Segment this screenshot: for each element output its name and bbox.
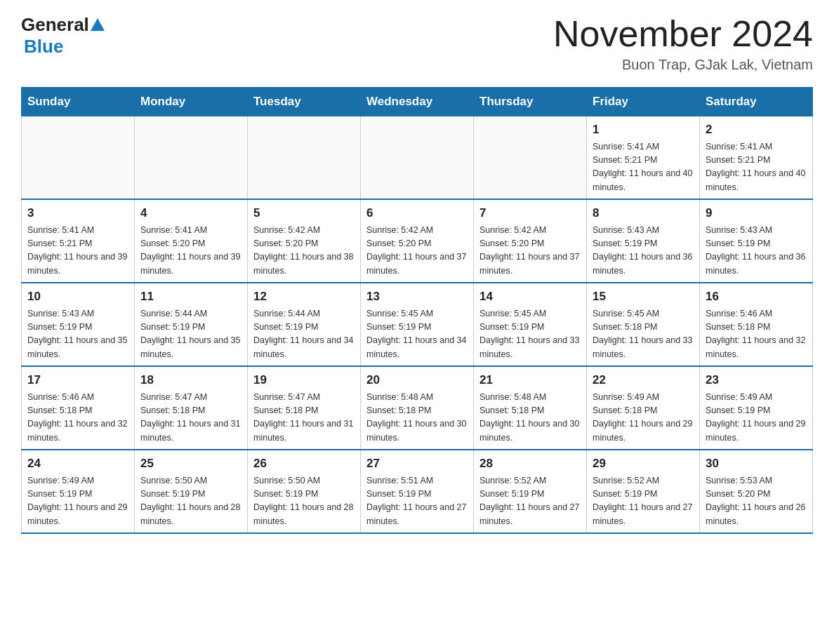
day-number: 21 — [479, 371, 581, 389]
day-number: 16 — [706, 288, 807, 306]
day-info: Sunrise: 5:41 AM Sunset: 5:21 PM Dayligh… — [593, 140, 694, 195]
day-of-week-header: Thursday — [474, 88, 587, 116]
calendar-day-cell — [248, 116, 361, 200]
calendar-day-cell: 11Sunrise: 5:44 AM Sunset: 5:19 PM Dayli… — [135, 283, 248, 366]
calendar-day-cell: 23Sunrise: 5:49 AM Sunset: 5:19 PM Dayli… — [700, 366, 813, 450]
day-info: Sunrise: 5:45 AM Sunset: 5:18 PM Dayligh… — [593, 307, 694, 362]
day-number: 24 — [27, 455, 128, 473]
day-number: 30 — [706, 455, 807, 473]
calendar-day-cell: 22Sunrise: 5:49 AM Sunset: 5:18 PM Dayli… — [587, 366, 700, 450]
day-info: Sunrise: 5:41 AM Sunset: 5:21 PM Dayligh… — [27, 224, 128, 279]
calendar-day-cell — [474, 116, 587, 200]
day-info: Sunrise: 5:43 AM Sunset: 5:19 PM Dayligh… — [593, 224, 694, 279]
calendar-day-cell: 6Sunrise: 5:42 AM Sunset: 5:20 PM Daylig… — [361, 199, 474, 283]
day-number: 18 — [140, 371, 241, 389]
calendar-day-cell: 8Sunrise: 5:43 AM Sunset: 5:19 PM Daylig… — [587, 199, 700, 283]
calendar-day-cell: 18Sunrise: 5:47 AM Sunset: 5:18 PM Dayli… — [135, 366, 248, 450]
day-info: Sunrise: 5:41 AM Sunset: 5:20 PM Dayligh… — [140, 224, 241, 279]
calendar-day-cell: 29Sunrise: 5:52 AM Sunset: 5:19 PM Dayli… — [587, 450, 700, 533]
day-info: Sunrise: 5:48 AM Sunset: 5:18 PM Dayligh… — [479, 391, 581, 445]
day-of-week-header: Sunday — [22, 88, 135, 116]
day-info: Sunrise: 5:53 AM Sunset: 5:20 PM Dayligh… — [706, 474, 807, 529]
calendar-day-cell: 13Sunrise: 5:45 AM Sunset: 5:19 PM Dayli… — [361, 283, 474, 366]
day-info: Sunrise: 5:47 AM Sunset: 5:18 PM Dayligh… — [253, 391, 355, 445]
day-info: Sunrise: 5:43 AM Sunset: 5:19 PM Dayligh… — [706, 224, 807, 279]
day-number: 13 — [366, 288, 468, 306]
day-number: 8 — [593, 204, 694, 222]
day-info: Sunrise: 5:42 AM Sunset: 5:20 PM Dayligh… — [366, 224, 468, 279]
day-number: 11 — [140, 288, 241, 306]
day-number: 17 — [27, 371, 128, 389]
day-of-week-header: Wednesday — [361, 88, 474, 116]
day-number: 1 — [593, 121, 694, 139]
calendar-day-cell: 4Sunrise: 5:41 AM Sunset: 5:20 PM Daylig… — [135, 199, 248, 283]
calendar-day-cell: 27Sunrise: 5:51 AM Sunset: 5:19 PM Dayli… — [361, 450, 474, 533]
calendar-day-cell: 24Sunrise: 5:49 AM Sunset: 5:19 PM Dayli… — [22, 450, 135, 533]
calendar-week-row: 3Sunrise: 5:41 AM Sunset: 5:21 PM Daylig… — [22, 199, 813, 283]
day-info: Sunrise: 5:52 AM Sunset: 5:19 PM Dayligh… — [479, 474, 581, 529]
day-info: Sunrise: 5:49 AM Sunset: 5:18 PM Dayligh… — [593, 391, 694, 445]
day-number: 9 — [706, 204, 807, 222]
day-of-week-header: Friday — [587, 88, 700, 116]
day-number: 27 — [366, 455, 468, 473]
calendar-week-row: 17Sunrise: 5:46 AM Sunset: 5:18 PM Dayli… — [22, 366, 813, 450]
calendar-day-cell: 15Sunrise: 5:45 AM Sunset: 5:18 PM Dayli… — [587, 283, 700, 366]
day-number: 20 — [366, 371, 468, 389]
day-info: Sunrise: 5:52 AM Sunset: 5:19 PM Dayligh… — [593, 474, 694, 529]
calendar-header: SundayMondayTuesdayWednesdayThursdayFrid… — [22, 88, 813, 116]
day-info: Sunrise: 5:51 AM Sunset: 5:19 PM Dayligh… — [366, 474, 468, 529]
day-number: 19 — [253, 371, 355, 389]
day-info: Sunrise: 5:43 AM Sunset: 5:19 PM Dayligh… — [27, 307, 128, 362]
day-info: Sunrise: 5:50 AM Sunset: 5:19 PM Dayligh… — [253, 474, 355, 529]
day-number: 25 — [140, 455, 241, 473]
title-block: November 2024 Buon Trap, GJak Lak, Vietn… — [553, 14, 813, 73]
day-info: Sunrise: 5:49 AM Sunset: 5:19 PM Dayligh… — [27, 474, 128, 529]
calendar-day-cell: 16Sunrise: 5:46 AM Sunset: 5:18 PM Dayli… — [700, 283, 813, 366]
calendar-day-cell: 19Sunrise: 5:47 AM Sunset: 5:18 PM Dayli… — [248, 366, 361, 450]
day-info: Sunrise: 5:47 AM Sunset: 5:18 PM Dayligh… — [140, 391, 241, 445]
day-number: 12 — [253, 288, 355, 306]
calendar-week-row: 24Sunrise: 5:49 AM Sunset: 5:19 PM Dayli… — [22, 450, 813, 533]
calendar-day-cell: 2Sunrise: 5:41 AM Sunset: 5:21 PM Daylig… — [700, 116, 813, 200]
day-of-week-header: Saturday — [700, 88, 813, 116]
day-number: 22 — [593, 371, 694, 389]
calendar-day-cell: 7Sunrise: 5:42 AM Sunset: 5:20 PM Daylig… — [474, 199, 587, 283]
page-header: General Blue November 2024 Buon Trap, GJ… — [21, 14, 813, 73]
calendar-day-cell: 5Sunrise: 5:42 AM Sunset: 5:20 PM Daylig… — [248, 199, 361, 283]
calendar-day-cell — [135, 116, 248, 200]
day-number: 23 — [706, 371, 807, 389]
calendar-day-cell: 3Sunrise: 5:41 AM Sunset: 5:21 PM Daylig… — [22, 199, 135, 283]
day-number: 29 — [593, 455, 694, 473]
calendar-week-row: 1Sunrise: 5:41 AM Sunset: 5:21 PM Daylig… — [22, 116, 813, 200]
day-info: Sunrise: 5:46 AM Sunset: 5:18 PM Dayligh… — [27, 391, 128, 445]
day-number: 4 — [140, 204, 241, 222]
day-info: Sunrise: 5:48 AM Sunset: 5:18 PM Dayligh… — [366, 391, 468, 445]
logo-blue-text: Blue — [24, 36, 63, 57]
logo: General Blue — [21, 14, 105, 58]
calendar-day-cell: 12Sunrise: 5:44 AM Sunset: 5:19 PM Dayli… — [248, 283, 361, 366]
calendar-day-cell: 25Sunrise: 5:50 AM Sunset: 5:19 PM Dayli… — [135, 450, 248, 533]
svg-marker-0 — [91, 18, 105, 31]
day-number: 15 — [593, 288, 694, 306]
logo-triangle-icon — [91, 15, 105, 35]
day-of-week-header: Monday — [135, 88, 248, 116]
day-number: 26 — [253, 455, 355, 473]
day-info: Sunrise: 5:44 AM Sunset: 5:19 PM Dayligh… — [253, 307, 355, 362]
calendar-day-cell: 17Sunrise: 5:46 AM Sunset: 5:18 PM Dayli… — [22, 366, 135, 450]
day-number: 10 — [27, 288, 128, 306]
calendar-day-cell: 14Sunrise: 5:45 AM Sunset: 5:19 PM Dayli… — [474, 283, 587, 366]
day-info: Sunrise: 5:49 AM Sunset: 5:19 PM Dayligh… — [706, 391, 807, 445]
day-number: 2 — [706, 121, 807, 139]
day-info: Sunrise: 5:42 AM Sunset: 5:20 PM Dayligh… — [479, 224, 581, 279]
day-info: Sunrise: 5:44 AM Sunset: 5:19 PM Dayligh… — [140, 307, 241, 362]
calendar-day-cell: 10Sunrise: 5:43 AM Sunset: 5:19 PM Dayli… — [22, 283, 135, 366]
calendar-day-cell — [22, 116, 135, 200]
location-subtitle: Buon Trap, GJak Lak, Vietnam — [553, 57, 813, 73]
day-info: Sunrise: 5:50 AM Sunset: 5:19 PM Dayligh… — [140, 474, 241, 529]
day-of-week-header: Tuesday — [248, 88, 361, 116]
month-title: November 2024 — [553, 14, 813, 54]
day-number: 28 — [479, 455, 581, 473]
calendar-day-cell: 1Sunrise: 5:41 AM Sunset: 5:21 PM Daylig… — [587, 116, 700, 200]
calendar-table: SundayMondayTuesdayWednesdayThursdayFrid… — [21, 87, 813, 534]
day-number: 3 — [27, 204, 128, 222]
